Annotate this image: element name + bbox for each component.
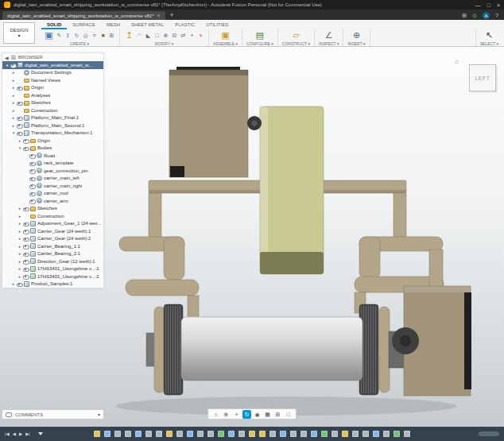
timeline-feature-joint[interactable] — [218, 431, 224, 437]
ribbon-tab-utilities[interactable]: UTILITIES — [200, 20, 234, 29]
timeline-feature-feature[interactable] — [114, 431, 121, 437]
collapse-panel-icon[interactable]: ◀ — [5, 55, 9, 60]
extrude-icon[interactable]: ↥ — [64, 32, 72, 39]
timeline-feature-component[interactable] — [249, 431, 255, 437]
timeline-feature-feature[interactable] — [269, 431, 276, 437]
model-cylinder[interactable] — [181, 317, 362, 381]
timeline-scrollbar[interactable] — [479, 431, 499, 436]
new-component-icon[interactable]: ▣ — [220, 30, 231, 41]
apps-icon[interactable]: ⊞ — [462, 13, 467, 19]
visibility-eye-icon[interactable] — [16, 122, 23, 129]
visibility-eye-icon[interactable] — [22, 258, 29, 265]
visibility-eye-icon[interactable] — [29, 175, 36, 181]
expander-icon[interactable]: ▸ — [17, 214, 22, 219]
timeline-feature-feature[interactable] — [352, 431, 359, 437]
step-back-button[interactable]: ◀ — [13, 431, 16, 436]
visibility-eye-icon[interactable] — [22, 273, 29, 280]
new-tab-button[interactable]: + — [170, 11, 174, 19]
document-tab[interactable]: digital_twin_enabled_smart_shipping_work… — [2, 11, 165, 20]
visibility-eye-icon[interactable] — [22, 137, 29, 144]
timeline-feature-component[interactable] — [94, 431, 100, 437]
timeline-feature-feature[interactable] — [300, 431, 307, 437]
viewport[interactable]: ⌂ LEFT ◀ BROWSER ▾digital_twin_enabled_s… — [0, 47, 504, 427]
new-solid-icon[interactable]: ▣ — [44, 30, 54, 41]
ribbon-tab-sheet-metal[interactable]: SHEET METAL — [126, 20, 169, 29]
browser-item[interactable]: ▸17HS3401_Usongshine v...:2 — [2, 273, 103, 280]
ribbon-group-label[interactable]: CONSTRUCT ▾ — [282, 41, 310, 46]
configure-icon[interactable]: ▤ — [254, 30, 265, 41]
browser-item[interactable]: ▸Carrier_Bearing_1:1 — [2, 242, 103, 250]
browser-item[interactable]: ▸Sketches — [2, 205, 103, 213]
hole-icon[interactable]: ◎ — [82, 32, 89, 39]
timeline-feature-feature[interactable] — [362, 431, 369, 437]
orbit-icon[interactable]: ↻ — [242, 410, 251, 419]
timeline-feature-feature[interactable] — [331, 431, 338, 437]
browser-item[interactable]: ▸Origin — [2, 84, 103, 92]
close-icon[interactable]: × — [497, 2, 500, 8]
viewports-icon[interactable]: □ — [284, 410, 293, 419]
visibility-eye-icon[interactable] — [29, 153, 36, 159]
ribbon-group-label[interactable]: ASSEMBLE ▾ — [213, 41, 238, 46]
timeline-feature-component[interactable] — [342, 431, 348, 437]
timeline-feature-sketch[interactable] — [280, 431, 286, 437]
expander-icon[interactable]: ▸ — [11, 93, 16, 98]
look-at-icon[interactable]: ◉ — [253, 410, 262, 419]
browser-item[interactable]: ▾Transportation_Mechanism:1 — [2, 130, 103, 137]
browser-item[interactable]: ▸Platform_Main_Final:1 — [2, 114, 103, 122]
fit-view-icon[interactable]: ⌂ — [211, 410, 220, 419]
notification-bell-icon[interactable]: ⊙ — [472, 13, 477, 19]
grid-settings-icon[interactable]: ⊞ — [273, 410, 282, 419]
timeline-playhead[interactable] — [38, 432, 43, 435]
revolve-icon[interactable]: ↻ — [73, 32, 80, 39]
visibility-eye-icon[interactable] — [29, 190, 36, 196]
timeline-feature-sketch[interactable] — [104, 431, 110, 437]
thread-icon[interactable]: ≡ — [91, 32, 98, 39]
browser-item[interactable]: ▸Carrier_Gear (24 teeth):1 — [2, 227, 103, 235]
ribbon-tab-solid[interactable]: SOLID — [41, 20, 67, 29]
timeline-feature-feature[interactable] — [238, 431, 245, 437]
split-body-icon[interactable]: ⊟ — [171, 32, 178, 39]
visibility-eye-icon[interactable] — [22, 235, 29, 242]
browser-item[interactable]: ▸Sketches — [2, 99, 103, 107]
browser-item[interactable]: ▸Platform_Main_Second:1 — [2, 122, 103, 130]
timeline-feature-feature[interactable] — [404, 431, 410, 437]
timeline-feature-feature[interactable] — [207, 431, 214, 437]
browser-item[interactable]: ▾Bodies — [2, 145, 103, 153]
visibility-eye-icon[interactable] — [22, 205, 29, 211]
expander-icon[interactable]: ▸ — [11, 70, 16, 75]
browser-item[interactable]: ▸Direction_Gear (12 teeth):1 — [2, 257, 103, 265]
visibility-eye-icon[interactable] — [29, 168, 36, 174]
timeline-feature-joint[interactable] — [394, 431, 400, 437]
timeline-feature-feature[interactable] — [156, 431, 162, 437]
help-icon[interactable]: ? — [495, 13, 498, 18]
minimize-icon[interactable]: — — [475, 2, 481, 8]
model-motor-top[interactable] — [169, 67, 262, 177]
comments-expand-icon[interactable]: ▾ — [98, 412, 100, 417]
browser-item[interactable]: carrier_main_left — [2, 175, 103, 183]
model-roller-assembly[interactable] — [146, 304, 406, 395]
visibility-eye-icon[interactable] — [29, 183, 36, 189]
pattern-icon[interactable]: ⊞ — [108, 32, 115, 39]
viewcube[interactable]: LEFT — [469, 64, 496, 91]
construct-plane-icon[interactable]: ▱ — [291, 30, 301, 41]
comments-bar[interactable]: COMMENTS ▾ — [2, 409, 104, 420]
timeline-feature-joint[interactable] — [321, 431, 328, 437]
measure-icon[interactable]: ∠ — [324, 30, 334, 41]
create-sketch-icon[interactable]: ✎ — [56, 32, 63, 39]
timeline-feature-component[interactable] — [166, 431, 173, 437]
timeline-feature-sketch[interactable] — [228, 431, 235, 437]
visibility-eye-icon[interactable] — [22, 145, 29, 151]
visibility-eye-icon[interactable] — [22, 250, 29, 257]
browser-item[interactable]: rack_template — [2, 160, 103, 168]
model-gear-plate[interactable] — [260, 106, 324, 274]
model-motor-right[interactable] — [392, 286, 471, 396]
timeline-feature-feature[interactable] — [383, 431, 390, 437]
timeline-feature-sketch[interactable] — [311, 431, 317, 437]
zoom-icon[interactable]: ⊕ — [222, 410, 231, 419]
visibility-eye-icon[interactable] — [16, 130, 23, 136]
home-view-icon[interactable]: ⌂ — [455, 58, 459, 65]
browser-item[interactable]: carrier_main_right — [2, 182, 103, 190]
visibility-eye-icon[interactable] — [16, 84, 23, 91]
model-disc-left[interactable] — [154, 307, 165, 393]
timeline-feature-feature[interactable] — [145, 431, 152, 437]
